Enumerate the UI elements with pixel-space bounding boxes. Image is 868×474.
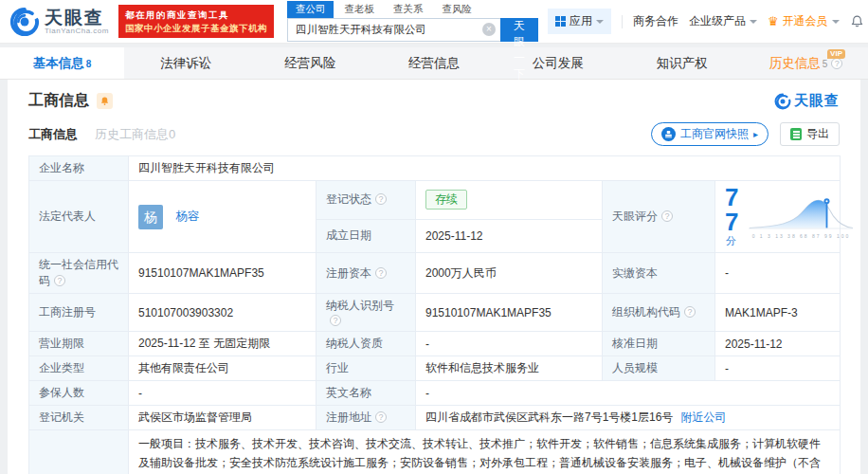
tab-label: 经营风险: [284, 56, 335, 70]
reg-authority-value: 武侯区市场监督管理局: [129, 406, 316, 430]
monitor-bell-badge[interactable]: [97, 93, 113, 109]
score-distribution-chart: 0 1 3 13 38 68 87 99 100: [746, 195, 856, 239]
tab-intellectual-property[interactable]: 知识产权: [620, 47, 744, 79]
search-button[interactable]: 天眼一下: [500, 18, 538, 42]
subtab-history-business-info[interactable]: 历史工商信息0: [95, 126, 175, 143]
help-icon[interactable]: ?: [375, 193, 387, 205]
industry-value: 软件和信息技术服务业: [416, 356, 603, 381]
banner-line2: 国家中小企业发展子基金旗下机构: [125, 22, 267, 35]
field-label-text: 统一社会信用代码: [39, 258, 118, 287]
legal-rep-cell: 杨 杨容: [129, 181, 316, 253]
english-name-value: -: [416, 381, 841, 406]
menu-open-vip[interactable]: ♛ 开通会员: [768, 13, 840, 29]
menu-enterprise-label: 企业级产品: [689, 13, 746, 29]
tianyancha-eye-icon: [774, 93, 791, 110]
menu-divider: [622, 15, 623, 28]
field-label: 英文名称: [316, 381, 416, 406]
search-tab-boss[interactable]: 查老板: [335, 1, 383, 18]
field-label: 法定代表人: [29, 181, 129, 253]
table-row: 统一社会信用代码? 91510107MAK1MAPF35 注册资本? 2000万…: [29, 253, 841, 294]
chevron-down-icon: [832, 20, 840, 24]
clear-search-icon[interactable]: ×: [482, 23, 496, 36]
tab-legal-proceedings[interactable]: 法律诉讼: [124, 47, 248, 79]
status-badge: 存续: [425, 190, 467, 210]
section-title: 工商信息: [28, 91, 89, 111]
promo-banner: 都在用的商业查询工具 国家中小企业发展子基金旗下机构: [118, 5, 274, 39]
menu-vip-label: 开通会员: [783, 13, 828, 29]
menu-apps[interactable]: 应用: [548, 9, 611, 34]
field-label: 实缴资本: [603, 253, 715, 294]
tab-count: 8: [86, 59, 92, 69]
search-tab-risk[interactable]: 查风险: [433, 1, 480, 18]
snapshot-label: 工商官网快照: [680, 126, 749, 142]
field-label-text: 注册资本: [326, 266, 371, 280]
search-tab-company[interactable]: 查公司: [287, 1, 335, 18]
help-icon[interactable]: ?: [375, 411, 387, 423]
search-input[interactable]: [287, 18, 500, 42]
company-nav-tabs: 基本信息8 法律诉讼 经营风险 经营信息 公司发展 知识产权 VIP 历史信息5…: [0, 47, 868, 80]
tab-operating-info[interactable]: 经营信息: [372, 47, 497, 79]
tianyancha-logo[interactable]: 天眼查 TianYanCha.com: [9, 7, 109, 37]
score-value: 77: [725, 183, 738, 236]
subtab-business-info[interactable]: 工商信息: [28, 126, 78, 143]
tianyancha-watermark: 天眼查: [774, 92, 840, 110]
score-cell[interactable]: 77分: [715, 181, 841, 253]
help-icon[interactable]: ?: [684, 306, 696, 318]
menu-enterprise-products[interactable]: 企业级产品: [689, 13, 757, 29]
export-button[interactable]: 导出: [780, 122, 840, 146]
help-icon[interactable]: ?: [661, 210, 673, 222]
search-tab-relation[interactable]: 查关系: [385, 1, 432, 18]
field-label: 注册地址?: [316, 406, 416, 430]
top-header: 天眼查 TianYanCha.com 都在用的商业查询工具 国家中小企业发展子基…: [0, 0, 868, 44]
field-label: 天眼评分?: [603, 181, 715, 253]
establish-date-value: 2025-11-12: [416, 219, 603, 252]
table-row: 登记机关 武侯区市场监督管理局 注册地址? 四川省成都市武侯区武科东一路7号1号…: [29, 406, 841, 430]
export-label: 导出: [806, 126, 829, 142]
apps-grid-icon: [555, 16, 566, 27]
score-unit: 分: [726, 235, 736, 246]
biz-term-value: 2025-11-12 至 无固定期限: [129, 332, 316, 356]
field-label: 核准日期: [603, 332, 715, 356]
help-icon[interactable]: ?: [831, 58, 842, 69]
reg-number-value: 510107003903302: [129, 294, 316, 332]
notification-bell[interactable]: [850, 14, 864, 28]
field-label: 成立日期: [316, 219, 416, 252]
paid-capital-value: -: [715, 253, 841, 294]
logo-subtext: TianYanCha.com: [45, 27, 109, 35]
help-icon[interactable]: ?: [54, 275, 65, 286]
business-scope-value: 一般项目：技术服务、技术开发、技术咨询、技术交流、技术转让、技术推广；软件开发；…: [129, 430, 841, 474]
tab-basic-info[interactable]: 基本信息8: [0, 47, 124, 79]
search-area: 查公司 查老板 查关系 查风险 × 天眼一下: [287, 1, 538, 42]
org-code-value: MAK1MAPF-3: [715, 294, 841, 332]
nearby-companies-link[interactable]: 附近公司: [680, 410, 726, 424]
business-info-panel: 工商信息 天眼查 工商信息 历史工商信息0 工商官网快照 ▸: [8, 80, 860, 474]
menu-business-cooperation[interactable]: 商务合作: [633, 13, 678, 29]
company-name-value: 四川智胜天开科技有限公司: [129, 156, 841, 181]
score-chart-ticks: 0 1 3 13 38 68 87 99 100: [746, 233, 856, 239]
field-label: 人员规模: [603, 356, 715, 381]
business-info-table: 企业名称 四川智胜天开科技有限公司 法定代表人 杨 杨容 登记状态? 存续 天眼…: [28, 155, 841, 474]
menu-apps-label: 应用: [570, 13, 592, 29]
official-snapshot-button[interactable]: 工商官网快照 ▸: [651, 122, 769, 146]
table-row: 法定代表人 杨 杨容 登记状态? 存续 天眼评分? 77分: [29, 181, 841, 220]
legal-rep-link[interactable]: 杨容: [175, 210, 199, 223]
table-row: 工商注册号 510107003903302 纳税人识别号? 91510107MA…: [29, 294, 841, 332]
chevron-down-icon: [750, 20, 757, 24]
tab-label: 经营信息: [408, 56, 460, 70]
field-label: 行业: [316, 356, 416, 381]
top-menu: 应用 商务合作 企业级产品 ♛ 开通会员 超级风...: [548, 9, 868, 34]
help-icon[interactable]: ?: [330, 315, 341, 326]
chevron-down-icon: [596, 20, 604, 24]
tab-company-development[interactable]: 公司发展: [496, 47, 620, 79]
tab-operating-risk[interactable]: 经营风险: [248, 47, 372, 79]
help-icon[interactable]: ?: [375, 267, 387, 279]
insured-count-value: -: [129, 381, 316, 406]
field-label-text: 登记状态: [326, 192, 371, 206]
tab-history-info[interactable]: VIP 历史信息5?: [744, 47, 868, 79]
taxpayer-quality-value: -: [416, 332, 603, 356]
field-label-text: 组织机构代码: [612, 305, 680, 319]
bell-icon: [99, 96, 110, 106]
field-label: 参保人数: [29, 381, 129, 406]
table-row: 企业名称 四川智胜天开科技有限公司: [29, 156, 841, 181]
approval-date-value: 2025-11-12: [715, 332, 841, 356]
